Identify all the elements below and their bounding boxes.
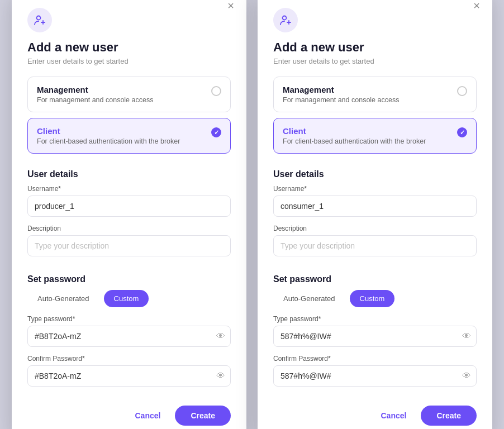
modal-subtitle-2: Enter user details to get started (273, 57, 477, 65)
eye-icon-confirm-1[interactable]: 👁 (216, 371, 225, 381)
custom-btn-1[interactable]: Custom (104, 290, 149, 307)
confirm-password-input-2[interactable] (273, 365, 477, 387)
role-desc-client-1: For client-based authentication with the… (37, 137, 180, 145)
close-button-2[interactable]: × (470, 0, 483, 12)
role-card-management-1[interactable]: Management For management and console ac… (27, 77, 231, 112)
role-desc-client-2: For client-based authentication with the… (283, 137, 426, 145)
username-input-1[interactable] (27, 196, 231, 217)
role-card-client-1[interactable]: Client For client-based authentication w… (27, 118, 231, 154)
confirm-password-wrapper-1: 👁 (27, 365, 231, 387)
description-label-1: Description (27, 225, 231, 232)
type-password-label-1: Type password* (27, 315, 231, 323)
add-user-modal-1: × Add a new user Enter user details to g… (12, 0, 246, 429)
password-toggle-group-1: Auto-Generated Custom (27, 290, 231, 307)
modal-icon-1 (27, 8, 52, 32)
description-input-2[interactable] (273, 235, 477, 256)
confirm-password-label-1: Confirm Password* (27, 355, 231, 363)
modal-title-1: Add a new user (27, 40, 231, 55)
type-password-wrapper-1: 👁 (27, 326, 231, 347)
cancel-button-2[interactable]: Cancel (373, 407, 414, 425)
role-radio-management-1 (211, 86, 221, 96)
role-desc-management-2: For management and console access (283, 96, 399, 104)
modal-footer-1: Cancel Create (27, 394, 231, 426)
auto-generated-btn-2[interactable]: Auto-Generated (273, 290, 345, 307)
eye-icon-type-2[interactable]: 👁 (462, 331, 471, 341)
create-button-1[interactable]: Create (175, 406, 231, 426)
type-password-label-2: Type password* (273, 315, 477, 323)
svg-point-3 (283, 16, 287, 20)
svg-point-0 (37, 16, 41, 20)
add-user-icon-1 (33, 13, 46, 27)
modal-icon-2 (273, 8, 298, 32)
eye-icon-type-1[interactable]: 👁 (216, 331, 225, 341)
role-card-client-2[interactable]: Client For client-based authentication w… (273, 118, 477, 154)
user-details-section-1: User details (27, 169, 231, 179)
confirm-password-wrapper-2: 👁 (273, 365, 477, 387)
role-radio-client-2 (457, 127, 467, 137)
password-toggle-group-2: Auto-Generated Custom (273, 290, 477, 307)
auto-generated-btn-1[interactable]: Auto-Generated (27, 290, 99, 307)
modal-footer-2: Cancel Create (273, 394, 477, 426)
modal-title-2: Add a new user (273, 40, 477, 55)
user-details-section-2: User details (273, 169, 477, 179)
set-password-section-2: Set password (273, 274, 477, 284)
username-input-2[interactable] (273, 196, 477, 217)
description-label-2: Description (273, 225, 477, 232)
type-password-input-1[interactable] (27, 326, 231, 347)
close-button-1[interactable]: × (224, 0, 237, 12)
add-user-modal-2: × Add a new user Enter user details to g… (258, 0, 492, 429)
eye-icon-confirm-2[interactable]: 👁 (462, 371, 471, 381)
username-label-2: Username* (273, 185, 477, 193)
create-button-2[interactable]: Create (421, 406, 477, 426)
add-user-icon-2 (279, 13, 292, 27)
role-card-management-2[interactable]: Management For management and console ac… (273, 77, 477, 112)
role-desc-management-1: For management and console access (37, 96, 153, 104)
role-title-management-2: Management (283, 85, 399, 94)
type-password-wrapper-2: 👁 (273, 326, 477, 347)
role-title-client-2: Client (283, 126, 426, 136)
confirm-password-input-1[interactable] (27, 365, 231, 387)
description-input-1[interactable] (27, 235, 231, 256)
role-radio-management-2 (457, 86, 467, 96)
role-title-management-1: Management (37, 85, 153, 94)
role-radio-client-1 (211, 127, 221, 137)
custom-btn-2[interactable]: Custom (350, 290, 395, 307)
type-password-input-2[interactable] (273, 326, 477, 347)
role-title-client-1: Client (37, 126, 180, 136)
cancel-button-1[interactable]: Cancel (127, 407, 168, 425)
modal-subtitle-1: Enter user details to get started (27, 57, 231, 65)
username-label-1: Username* (27, 185, 231, 193)
confirm-password-label-2: Confirm Password* (273, 355, 477, 363)
set-password-section-1: Set password (27, 274, 231, 284)
